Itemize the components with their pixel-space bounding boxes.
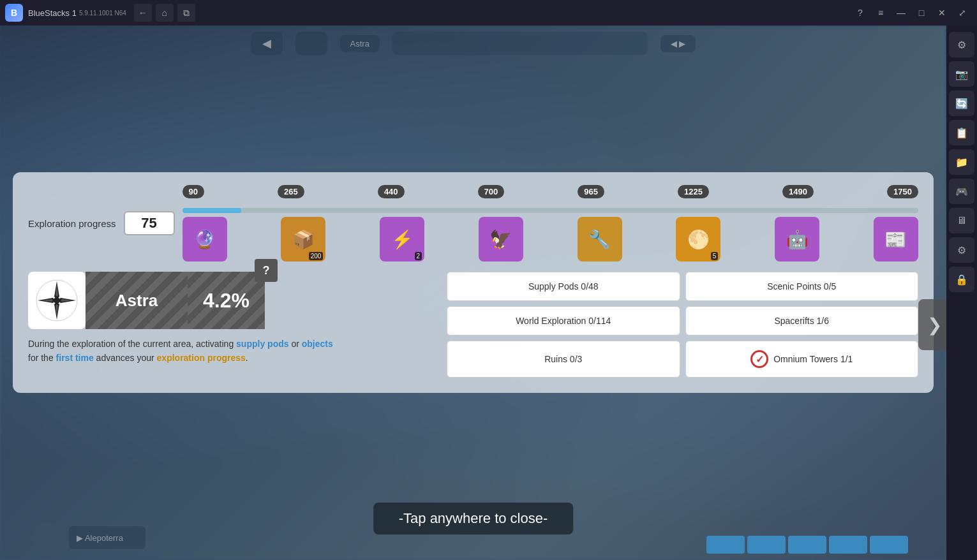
sidebar-btn-1[interactable]: ⚙: [949, 32, 974, 57]
milestone-badge-4: 700: [478, 185, 505, 198]
sidebar-btn-3[interactable]: 🔄: [949, 91, 974, 116]
sidebar-btn-8[interactable]: ⚙: [949, 237, 974, 263]
milestone-badge-6: 1225: [678, 185, 709, 198]
reward-icon-3[interactable]: ⚡ 2: [380, 217, 424, 262]
exploration-panel: Exploration progress 75 90 265 440 700: [13, 172, 934, 393]
back-nav[interactable]: ◀: [251, 32, 283, 55]
bottom-btn-3[interactable]: [788, 536, 826, 554]
back-button[interactable]: ←: [134, 4, 152, 22]
home-button[interactable]: ⌂: [156, 4, 174, 22]
reward-icon-6[interactable]: 🌕 5: [676, 217, 720, 262]
stat-supply-pods[interactable]: Supply Pods 0/48: [447, 272, 680, 301]
minimize-button[interactable]: —: [891, 4, 911, 22]
reward-badge-2: 200: [309, 252, 324, 260]
game-area[interactable]: ◀ Astra ◀ ▶ Exploration progress 75 90 2…: [0, 26, 946, 560]
reward-icon-4[interactable]: 🦅: [479, 217, 523, 262]
reward-icon-7[interactable]: 🤖: [775, 217, 819, 262]
app-version: 5.9.11.1001 N64: [79, 10, 126, 17]
maximize-button[interactable]: □: [912, 4, 931, 22]
next-arrow[interactable]: ❯: [918, 299, 946, 350]
area-card: Astra 4.2% ?: [28, 272, 436, 329]
progress-label: Exploration progress: [28, 218, 116, 229]
stat-omnium-towers-label: Omnium Towers 1/1: [773, 354, 853, 364]
stat-scenic-points-label: Scenic Points 0/5: [767, 281, 836, 291]
bottom-ui: ▶ Alepoterra: [32, 522, 145, 554]
reward-icon-1[interactable]: 🔮: [183, 217, 227, 262]
bottom-btn-4[interactable]: [829, 536, 867, 554]
milestone-5: 965: [578, 185, 604, 201]
stat-supply-pods-label: Supply Pods 0/48: [528, 281, 599, 291]
sidebar-btn-6[interactable]: 🎮: [949, 179, 974, 204]
reward-icon-5[interactable]: 🔧: [578, 217, 622, 262]
desc-highlight-first-time: first time: [56, 353, 94, 363]
multi-button[interactable]: ⧉: [177, 4, 195, 22]
stat-world-exploration-label: World Exploration 0/114: [516, 316, 611, 326]
stat-world-exploration[interactable]: World Exploration 0/114: [447, 306, 680, 335]
bottom-btn-2[interactable]: [747, 536, 786, 554]
question-button[interactable]: ?: [255, 259, 278, 282]
reward-badge-6: 5: [711, 252, 719, 260]
area-percent-block: 4.2% ?: [188, 272, 265, 329]
completed-icon: ✓: [750, 350, 768, 368]
area-percent: 4.2%: [203, 289, 250, 313]
reward-icon-2[interactable]: 📦 200: [281, 217, 325, 262]
sidebar-btn-5[interactable]: 📁: [949, 149, 974, 175]
milestone-3: 440: [378, 185, 405, 201]
area-name-block: Astra: [86, 272, 188, 329]
bottom-btn-1[interactable]: [706, 536, 745, 554]
left-info: Astra 4.2% ? During the exploration of t…: [28, 272, 436, 378]
stat-scenic-points[interactable]: Scenic Points 0/5: [685, 272, 919, 301]
area-name: Astra: [116, 291, 158, 311]
milestone-7: 1490: [782, 185, 814, 201]
region-label: Astra: [340, 35, 380, 52]
milestone-badge-8: 1750: [887, 185, 918, 198]
desc-highlight-objects: objects: [302, 339, 333, 349]
area-emblem-icon: [34, 278, 79, 323]
next-arrow-icon: ❯: [927, 314, 942, 335]
milestone-bar-fill: [183, 208, 241, 213]
help-button[interactable]: ?: [851, 4, 870, 22]
progress-value: 75: [124, 211, 175, 235]
reward-icon-8[interactable]: 📰: [874, 217, 918, 262]
titlebar-nav: ← ⌂ ⧉: [134, 4, 195, 22]
menu-button[interactable]: ≡: [871, 4, 890, 22]
sidebar-btn-2[interactable]: 📷: [949, 61, 974, 87]
desc-highlight-supply-pods: supply pods: [236, 339, 288, 349]
region-bottom-label: ▶ Alepoterra: [69, 526, 145, 549]
milestone-badge-7: 1490: [782, 185, 814, 198]
top-right-info: ◀ ▶: [660, 35, 696, 52]
app-logo: B: [5, 4, 23, 22]
milestone-badge-2: 265: [278, 185, 304, 198]
milestone-1: 90: [183, 185, 204, 201]
milestone-4: 700: [478, 185, 505, 201]
milestone-badge-3: 440: [378, 185, 405, 198]
titlebar: B BlueStacks 1 5.9.11.1001 N64 ← ⌂ ⧉ ? ≡…: [0, 0, 977, 26]
stat-spacerifts[interactable]: Spacerifts 1/6: [685, 306, 919, 335]
sidebar-btn-9[interactable]: 🔒: [949, 267, 974, 292]
milestone-bar: [183, 208, 918, 213]
close-button[interactable]: ✕: [932, 4, 951, 22]
svg-point-9: [54, 297, 60, 304]
desc-highlight-progress: exploration progress: [157, 353, 246, 363]
tap-to-close[interactable]: -Tap anywhere to close-: [373, 503, 574, 534]
right-sidebar: ⚙ 📷 🔄 📋 📁 🎮 🖥 ⚙ 🔒: [946, 0, 977, 560]
app-title: BlueStacks 1: [28, 8, 77, 18]
milestone-badge-1: 90: [183, 185, 204, 198]
milestones-row: 90 265 440 700 965 1225: [183, 185, 918, 201]
sidebar-btn-7[interactable]: 🖥: [949, 208, 974, 233]
top-ui: ◀ Astra ◀ ▶: [0, 32, 946, 55]
stat-spacerifts-label: Spacerifts 1/6: [774, 316, 829, 326]
stat-ruins[interactable]: Ruins 0/3: [447, 341, 680, 378]
milestone-track: 90 265 440 700 965 1225: [183, 185, 918, 262]
description-text: During the exploration of the current ar…: [28, 337, 334, 365]
milestone-8: 1750: [887, 185, 918, 201]
sidebar-btn-4[interactable]: 📋: [949, 120, 974, 145]
area-emblem: [28, 272, 86, 329]
stat-omnium-towers[interactable]: ✓ Omnium Towers 1/1: [685, 341, 919, 378]
bottom-right-ui: [706, 536, 908, 554]
bottom-btn-5[interactable]: [870, 536, 908, 554]
milestone-badge-5: 965: [578, 185, 604, 198]
stat-ruins-label: Ruins 0/3: [544, 354, 582, 364]
milestone-2: 265: [278, 185, 304, 201]
expand-button[interactable]: ⤢: [953, 4, 972, 22]
